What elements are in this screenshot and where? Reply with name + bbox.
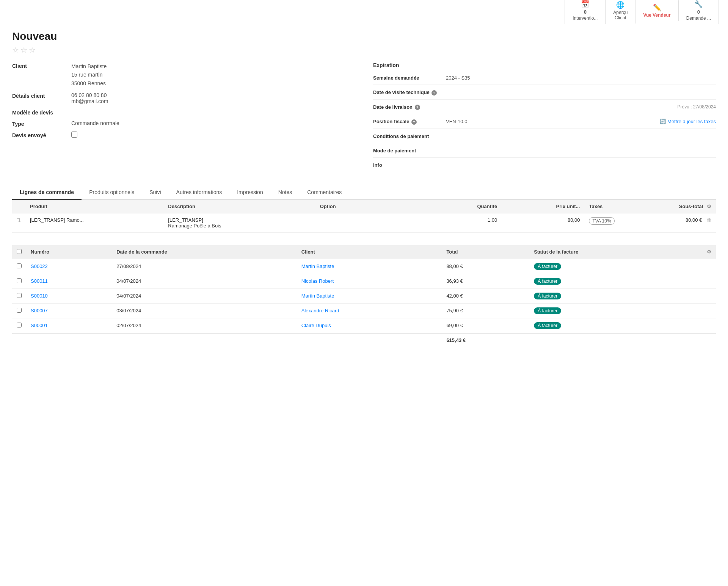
interventions-label: Interventio...	[573, 16, 598, 21]
livraison-label: Date de livraison ?	[373, 104, 441, 110]
order-statut-badge: À facturer	[534, 263, 561, 270]
conditions-row: Conditions de paiement	[373, 133, 716, 143]
order-numero-link[interactable]: S00011	[31, 278, 48, 284]
order-client: Martin Baptiste	[297, 259, 442, 274]
order-date: 03/07/2024	[112, 303, 297, 318]
orders-section: Numéro Date de la commande Client Total …	[12, 245, 716, 347]
tab-commentaires[interactable]: Commentaires	[300, 185, 349, 200]
client-address1: 15 rue martin	[71, 71, 355, 79]
apercu-client-button[interactable]: 🌐 AperçuClient	[606, 0, 635, 24]
order-lines-table: Produit Description Option Quantité Prix…	[12, 200, 716, 233]
tab-produits[interactable]: Produits optionnels	[82, 185, 142, 200]
client-name: Martin Baptiste	[71, 62, 355, 71]
tab-impression[interactable]: Impression	[229, 185, 270, 200]
order-numero: S00010	[26, 288, 112, 303]
vue-vendeur-button[interactable]: ✏️ Vue Vendeur	[635, 0, 678, 21]
option-cell	[315, 213, 419, 232]
star-3[interactable]: ☆	[29, 45, 36, 55]
order-row-checkbox[interactable]	[12, 288, 26, 303]
client-address2: 35000 Rennes	[71, 79, 355, 88]
conditions-label: Conditions de paiement	[373, 133, 441, 139]
demande-button[interactable]: 🔧 0 Demande ...	[679, 0, 719, 24]
order-row-checkbox[interactable]	[12, 318, 26, 333]
update-taxes-button[interactable]: 🔄 Mettre à jour les taxes	[660, 119, 716, 124]
order-numero-link[interactable]: S00007	[31, 308, 48, 313]
order-statut-badge: À facturer	[534, 307, 561, 314]
section-divider	[12, 239, 716, 239]
visite-row: Date de visite technique ?	[373, 89, 716, 100]
order-total: 69,00 €	[442, 318, 529, 333]
edit-icon: ✏️	[653, 3, 661, 12]
order-client-link[interactable]: Martin Baptiste	[301, 293, 334, 299]
topbar: 📅 0 Interventio... 🌐 AperçuClient ✏️ Vue…	[0, 0, 728, 21]
orders-col-date: Date de la commande	[112, 245, 297, 259]
order-statut: À facturer	[529, 288, 716, 303]
orders-total-empty2	[529, 333, 716, 347]
order-row-checkbox[interactable]	[12, 303, 26, 318]
list-item: S00010 04/07/2024 Martin Baptiste 42,00 …	[12, 288, 716, 303]
table-row: ⇅ [LER_TRANSP] Ramo... [LER_TRANSP] Ramo…	[12, 213, 716, 232]
client-label: Client	[12, 62, 65, 69]
main-content: Nouveau ☆ ☆ ☆ Client Martin Baptiste 15 …	[0, 21, 728, 356]
tab-notes[interactable]: Notes	[271, 185, 300, 200]
livraison-preview: Prévu : 27/08/2024	[678, 104, 716, 110]
orders-total-empty	[12, 333, 442, 347]
fiscal-row: Position fiscale ? VEN-10.0 🔄 Mettre à j…	[373, 119, 716, 129]
star-rating[interactable]: ☆ ☆ ☆	[12, 45, 716, 55]
details-value: 06 02 80 80 80 mb@gmail.com	[71, 92, 355, 104]
order-client: Martin Baptiste	[297, 288, 442, 303]
form-right: Expiration Semaine demandée 2024 - S35 D…	[373, 62, 716, 176]
semaine-value: 2024 - S35	[446, 75, 716, 81]
details-label: Détails client	[12, 92, 65, 99]
order-numero-link[interactable]: S00010	[31, 293, 48, 299]
order-row-checkbox[interactable]	[12, 259, 26, 274]
tab-suivi[interactable]: Suivi	[142, 185, 168, 200]
order-numero-link[interactable]: S00001	[31, 323, 48, 328]
tab-lignes[interactable]: Lignes de commande	[12, 185, 82, 200]
drag-handle-icon[interactable]: ⇅	[17, 217, 21, 223]
fiscal-help-icon[interactable]: ?	[411, 119, 417, 125]
devis-row: Devis envoyé	[12, 132, 355, 138]
order-client-link[interactable]: Claire Dupuis	[301, 323, 331, 328]
info-row: Info	[373, 162, 716, 172]
orders-select-all[interactable]	[17, 249, 22, 254]
star-1[interactable]: ☆	[12, 45, 19, 55]
order-date: 04/07/2024	[112, 274, 297, 288]
mode-row: Mode de paiement	[373, 148, 716, 158]
order-client-link[interactable]: Alexandre Ricard	[301, 308, 339, 313]
details-row: Détails client 06 02 80 80 80 mb@gmail.c…	[12, 92, 355, 104]
apercu-client-label: AperçuClient	[613, 10, 628, 20]
order-client: Alexandre Ricard	[297, 303, 442, 318]
star-2[interactable]: ☆	[20, 45, 27, 55]
wrench-icon: 🔧	[694, 0, 703, 8]
client-value: Martin Baptiste 15 rue martin 35000 Renn…	[71, 62, 355, 88]
form-left: Client Martin Baptiste 15 rue martin 350…	[12, 62, 355, 176]
description-cell: [LER_TRANSP] Ramonage Poêle à Bois	[163, 213, 315, 232]
price-cell: 80,00	[502, 213, 584, 232]
order-statut-badge: À facturer	[534, 322, 561, 329]
list-item: S00007 03/07/2024 Alexandre Ricard 75,90…	[12, 303, 716, 318]
modele-label: Modèle de devis	[12, 109, 65, 116]
visite-help-icon[interactable]: ?	[431, 90, 437, 96]
semaine-row: Semaine demandée 2024 - S35	[373, 75, 716, 85]
col-drag	[12, 200, 25, 213]
delete-row-icon[interactable]: 🗑	[706, 217, 711, 223]
order-client-link[interactable]: Nicolas Robert	[301, 278, 334, 284]
devis-label: Devis envoyé	[12, 132, 65, 138]
settings-icon[interactable]: ⚙	[707, 204, 711, 209]
livraison-help-icon[interactable]: ?	[415, 105, 420, 110]
order-total: 88,00 €	[442, 259, 529, 274]
devis-checkbox-wrapper[interactable]	[71, 132, 355, 138]
order-numero-link[interactable]: S00022	[31, 263, 48, 269]
interventions-button[interactable]: 📅 0 Interventio...	[565, 0, 606, 24]
devis-checkbox[interactable]	[71, 132, 77, 138]
orders-grand-total: 615,43 €	[442, 333, 529, 347]
order-row-checkbox[interactable]	[12, 274, 26, 288]
tax-badge: TVA 10%	[589, 217, 614, 225]
order-date: 27/08/2024	[112, 259, 297, 274]
tab-autres[interactable]: Autres informations	[169, 185, 230, 200]
order-client-link[interactable]: Martin Baptiste	[301, 263, 334, 269]
orders-table: Numéro Date de la commande Client Total …	[12, 245, 716, 347]
orders-settings-icon[interactable]: ⚙	[707, 249, 711, 255]
order-client: Nicolas Robert	[297, 274, 442, 288]
